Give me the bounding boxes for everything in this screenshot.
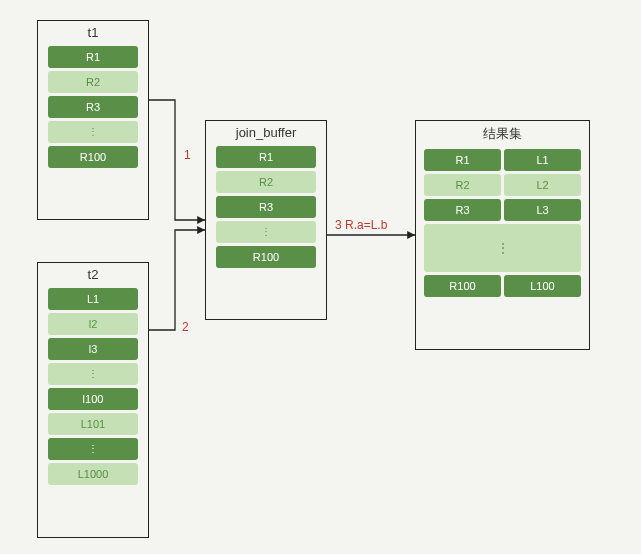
table-t2: t2 L1 l2 l3 ⋮ l100 L101 ⋮ L1000 [37,262,149,538]
t1-row: R100 [48,146,138,168]
result-pair: R3 L3 [424,199,581,221]
edge-2 [149,230,205,330]
jb-row: R3 [216,196,316,218]
result-set-title: 结果集 [416,121,589,149]
t2-row: L1000 [48,463,138,485]
join-buffer-title: join_buffer [206,121,326,146]
t2-ellipsis: ⋮ [48,438,138,460]
result-pair: R2 L2 [424,174,581,196]
t2-row: l100 [48,388,138,410]
result-ellipsis: ⋮ [424,224,581,272]
result-cell-right: L2 [504,174,581,196]
join-buffer-box: join_buffer R1 R2 R3 ⋮ R100 [205,120,327,320]
edge-2-label: 2 [182,320,189,334]
t1-row: R3 [48,96,138,118]
table-t1-rows: R1 R2 R3 ⋮ R100 [38,46,148,178]
t2-row: L101 [48,413,138,435]
t2-row: l3 [48,338,138,360]
result-cell-left: R3 [424,199,501,221]
result-pair: R100 L100 [424,275,581,297]
table-t2-title: t2 [38,263,148,288]
jb-row: R100 [216,246,316,268]
join-buffer-rows: R1 R2 R3 ⋮ R100 [206,146,326,278]
jb-row: R2 [216,171,316,193]
result-cell-left: R2 [424,174,501,196]
result-cell-right: L1 [504,149,581,171]
edge-3-label: 3 R.a=L.b [335,218,387,232]
jb-row: R1 [216,146,316,168]
t1-ellipsis: ⋮ [48,121,138,143]
result-cell-right: L3 [504,199,581,221]
table-t1: t1 R1 R2 R3 ⋮ R100 [37,20,149,220]
result-cell-left: R100 [424,275,501,297]
result-set-rows: R1 L1 R2 L2 R3 L3 ⋮ R100 L100 [416,149,589,307]
edge-1-label: 1 [184,148,191,162]
t2-row: L1 [48,288,138,310]
edge-1 [149,100,205,220]
t2-row: l2 [48,313,138,335]
t1-row: R1 [48,46,138,68]
result-cell-left: R1 [424,149,501,171]
t2-ellipsis: ⋮ [48,363,138,385]
jb-ellipsis: ⋮ [216,221,316,243]
t1-row: R2 [48,71,138,93]
result-cell-right: L100 [504,275,581,297]
result-set-box: 结果集 R1 L1 R2 L2 R3 L3 ⋮ R100 L100 [415,120,590,350]
table-t2-rows: L1 l2 l3 ⋮ l100 L101 ⋮ L1000 [38,288,148,495]
table-t1-title: t1 [38,21,148,46]
result-pair: R1 L1 [424,149,581,171]
